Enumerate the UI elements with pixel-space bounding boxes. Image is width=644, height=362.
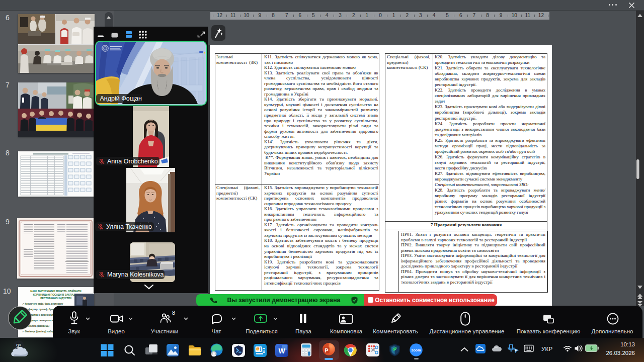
svg-text:✓ Керуючого кафе, бару, рестор: ✓ Керуючого кафе, бару, ресторану [22,302,63,305]
svg-text:КЕРІВНИЦЬКІ ПОСАДИ В ЗАКЛАДАХ: КЕРІВНИЦЬКІ ПОСАДИ В ЗАКЛАДАХ [33,293,79,296]
svg-text:W: W [278,347,285,355]
svg-text:zoom: zoom [412,348,421,352]
svg-text:НАШІ ВИПУСКНИКИ МОЖУТЬ ОБІЙМАТ: НАШІ ВИПУСКНИКИ МОЖУТЬ ОБІЙМАТИ [30,289,82,293]
svg-text:P: P [325,347,328,353]
svg-text:РЕСТОРАННОЇ ІНДУСТРІЇ: РЕСТОРАННОЇ ІНДУСТРІЇ [40,297,71,300]
